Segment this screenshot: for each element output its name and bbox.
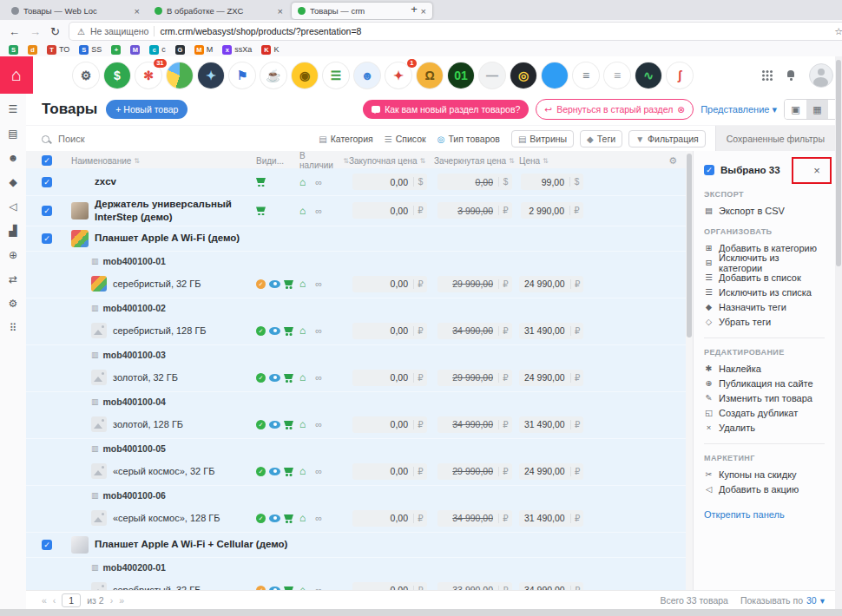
column-header-visibility[interactable]: Види... [256,156,299,166]
url-text[interactable]: crm.crm/webasyst/shop/products/?presenta… [160,26,829,36]
first-page-button[interactable]: « [42,595,47,606]
back-icon[interactable]: ← [9,25,20,38]
back-to-old-button[interactable]: ↩ Вернуться в старый раздел ⊗ [536,99,694,120]
add-to-promo[interactable]: ◁ Добавить в акцию [704,482,825,496]
filter-button[interactable]: ▼ Фильтрация [628,130,706,147]
notes-app[interactable]: ≡ [604,62,630,88]
table-scrollbar[interactable] [686,151,693,590]
scrollbar-thumb[interactable] [836,60,841,266]
invoices-app[interactable]: ≡ [573,62,599,88]
change-product-type[interactable]: ✎ Изменить тип товара [704,390,825,405]
bookmark-item[interactable]: + [111,45,121,55]
tab-close-icon[interactable]: × [278,6,283,16]
dismiss-icon[interactable]: ⊗ [677,104,685,115]
purchase-price-field[interactable]: 0,00₽ [352,202,427,219]
row-checkbox[interactable] [42,177,52,187]
price-field[interactable]: 99,00$ [521,174,583,190]
sku-row[interactable]: «серый космос», 128 ГБ ⌂ ∞ 0 [26,505,686,533]
reload-icon[interactable]: ↻ [50,25,60,38]
support-app[interactable]: ʃ [667,62,693,88]
shop-home-tile[interactable]: ⌂ [0,56,33,94]
product-row[interactable]: Держатель универсальный InterStep (демо)… [26,196,686,226]
column-header-name[interactable]: Наименование⇅ [71,156,256,166]
view-mode-button[interactable]: ▣ [785,100,806,119]
remove-from-list[interactable]: ☰ Исключить из списка [704,285,825,299]
bookmark-item[interactable]: d [28,45,37,55]
sku-row[interactable]: серебристый, 128 ГБ ⌂ ∞ 0,00 [26,318,686,345]
bookmark-item[interactable]: T TO [47,45,69,55]
page-size-select[interactable]: Показывать по 30 ▾ [740,595,825,606]
purchase-price-field[interactable]: 0,00₽ [352,276,427,292]
marketing[interactable]: ◁ [0,198,26,215]
delete[interactable]: × Удалить [704,420,825,435]
target-app[interactable]: ◎ [510,62,536,88]
new-tab-button[interactable]: + [405,3,424,16]
product-row[interactable]: Планшет Apple A Wi-Fi (демо) [26,226,686,252]
contacts-app[interactable]: ☻ [354,62,380,88]
flags-app[interactable]: ⚑ [229,62,255,88]
old-price-field[interactable]: 34 990,00₽ [437,416,512,433]
filter-button[interactable]: ▤ Категория [319,134,373,144]
sku-row[interactable]: «серый космос», 32 ГБ ⌂ ∞ 0, [26,458,686,486]
close-panel-icon[interactable]: × [809,164,825,177]
sku-code-row[interactable]: ▥ mob400100-02 [26,298,686,318]
terminal-app[interactable]: 01 [448,62,474,88]
table-settings-gear-icon[interactable]: ⚙ [668,155,686,167]
apps-grid-icon[interactable] [762,70,773,81]
last-page-button[interactable]: » [119,595,124,606]
forward-icon[interactable]: → [30,25,41,38]
purchase-price-field[interactable]: 0,00₽ [352,323,427,339]
url-bar[interactable]: ⚠ Не защищено crm.crm/webasyst/shop/prod… [69,23,842,40]
purchase-price-field[interactable]: 0,00₽ [352,416,427,433]
feedback-button[interactable]: Как вам новый раздел товаров? [363,100,529,119]
bookmark-item[interactable]: M [130,45,140,55]
tab-close-icon[interactable]: × [135,6,140,16]
row-checkbox[interactable] [42,206,52,216]
product-name[interactable]: Планшет Apple A Wi-Fi + Cellular (демо) [95,538,287,551]
column-header-stock[interactable]: В наличии⇅ [299,151,349,170]
sku-code-row[interactable]: ▥ mob400100-01 [26,252,686,271]
hub-app[interactable]: ◉ [292,62,318,88]
select-all-checkbox[interactable] [42,155,52,166]
old-price-field[interactable]: 33 990,00₽ [437,582,512,590]
analytics-app[interactable] [167,62,193,88]
sku-code-row[interactable]: ▥ mob400200-01 [26,558,686,577]
bookmark-item[interactable]: M M [194,45,214,55]
sku-code-row[interactable]: ▥ mob400100-03 [26,345,686,364]
remove-tags[interactable]: ◇ Убрать теги [704,314,825,329]
new-product-button[interactable]: + Новый товар [106,100,187,119]
next-page-button[interactable]: › [110,595,114,606]
menu[interactable]: ☰ [0,101,26,118]
price-field[interactable]: 2 990,00₽ [521,202,583,219]
sku-code-row[interactable]: ▥ mob400100-05 [26,439,686,458]
search-input[interactable] [56,133,319,145]
navigator-app[interactable]: ✦ [198,62,224,88]
purchase-price-field[interactable]: 0,00₽ [352,582,427,590]
column-header-price[interactable]: Цена⇅ [519,156,590,166]
old-price-field[interactable]: 29 990,00₽ [437,370,512,386]
duplicate[interactable]: ◱ Создать дубликат [704,405,825,420]
price-field[interactable]: 24 990,00₽ [519,276,583,292]
apps[interactable]: ⠿ [0,319,26,337]
sku-code-row[interactable]: ▥ mob400100-06 [26,486,686,505]
checklist-app[interactable]: ☰ [323,62,349,88]
bookmark-item[interactable]: S [9,45,18,55]
old-price-field[interactable]: 34 990,00₽ [437,323,512,339]
analytics[interactable]: ▟ [0,222,26,239]
view-mode-button[interactable]: ▦ [806,100,828,119]
search-box[interactable] [26,133,319,145]
avatar[interactable] [809,63,833,88]
unpin-panel-link[interactable]: Открепить панель [704,509,825,520]
bookmark-item[interactable]: S SS [79,45,102,55]
product-name[interactable]: Держатель универсальный InterStep (демо) [95,198,251,224]
settings[interactable]: ⚙ [0,295,26,312]
card-app[interactable]: — [479,62,505,88]
product-name[interactable]: Планшет Apple A Wi-Fi (демо) [95,232,240,245]
saved-filters-button[interactable]: Сохраненные фильтры [715,126,835,152]
files-app[interactable] [542,62,568,88]
price-field[interactable]: 31 490,00₽ [519,323,583,339]
filter-button[interactable]: ▤ Витрины [511,130,574,147]
sku-row[interactable]: золотой, 128 ГБ ⌂ ∞ 0,00₽ [26,411,686,439]
scrollbar-thumb[interactable] [687,154,692,337]
old-price-field[interactable]: 34 990,00₽ [437,510,512,527]
